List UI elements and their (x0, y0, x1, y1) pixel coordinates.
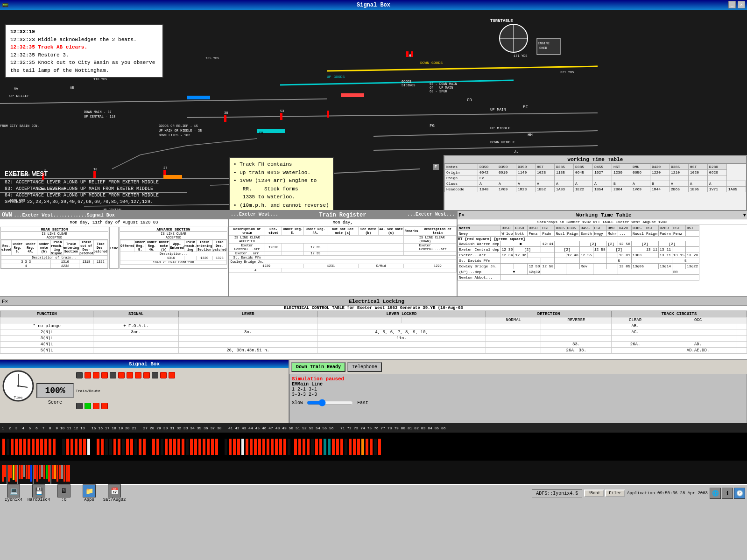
lever-42[interactable] (156, 439, 159, 455)
lever-9[interactable] (36, 439, 39, 455)
lever-21[interactable] (87, 439, 90, 455)
lever-88[interactable] (294, 439, 297, 455)
lever-50[interactable] (190, 439, 193, 455)
lever-47[interactable] (177, 439, 180, 455)
lever-71[interactable] (225, 439, 227, 455)
lever-45[interactable] (169, 439, 172, 455)
lever-86[interactable] (288, 439, 290, 455)
detail-lever-10[interactable] (23, 465, 25, 477)
lever-35[interactable] (130, 439, 133, 455)
telephone-btn[interactable]: Telephone (347, 362, 382, 372)
lever-81[interactable] (267, 439, 269, 455)
lever-72[interactable] (229, 439, 232, 455)
elec-fx[interactable]: F✕ (2, 298, 8, 304)
lever-34[interactable] (126, 439, 129, 455)
detail-lever-22[interactable] (54, 465, 56, 479)
lever-83[interactable] (275, 439, 278, 455)
lever-92[interactable] (311, 439, 314, 455)
lever-98[interactable] (336, 439, 339, 455)
network-icon[interactable]: 🌐 (710, 488, 721, 499)
minimize-button[interactable]: _ (728, 1, 736, 8)
detail-lever-6[interactable] (13, 465, 14, 480)
detail-lever-25[interactable] (61, 465, 63, 479)
detail-lever-19[interactable] (46, 465, 48, 479)
lever-79[interactable] (258, 439, 261, 455)
wtt-mini-scroll[interactable]: Notes D350 D350 D350 HST D385 D385 D455 … (444, 164, 746, 209)
detail-lever-23[interactable] (56, 465, 58, 482)
lever-3[interactable] (11, 439, 14, 455)
lever-104[interactable] (361, 439, 364, 455)
lever-29[interactable] (105, 439, 108, 455)
lever-2[interactable] (7, 439, 9, 455)
wtt-scroll-btn[interactable]: ▼ (743, 212, 746, 218)
lever-106[interactable] (370, 439, 373, 455)
lever-19[interactable] (79, 439, 82, 455)
lever-91[interactable] (307, 439, 310, 455)
lever-80[interactable] (262, 439, 265, 455)
lever-41[interactable] (152, 439, 155, 455)
lever-105[interactable] (366, 439, 368, 455)
lever-30[interactable] (109, 439, 112, 455)
lever-108[interactable] (378, 439, 381, 455)
info-icon[interactable]: ℹ (722, 488, 733, 499)
lever-56[interactable] (215, 439, 218, 455)
sig-light-6[interactable] (118, 372, 125, 378)
lever-100[interactable] (345, 439, 347, 455)
lever-6[interactable] (23, 439, 26, 455)
lever-38[interactable] (143, 439, 146, 455)
detail-lever-2[interactable] (4, 465, 6, 477)
sig-light-7[interactable] (127, 372, 133, 378)
detail-lever-11[interactable] (26, 465, 28, 479)
detail-lever-16[interactable] (39, 465, 41, 479)
detail-lever-17[interactable] (41, 465, 43, 477)
detail-lever-18[interactable] (43, 465, 45, 479)
close-button[interactable]: ✕ (738, 1, 745, 8)
lever-28[interactable] (101, 439, 104, 455)
detail-lever-13[interactable] (30, 465, 32, 482)
lever-89[interactable] (298, 439, 301, 455)
lever-27[interactable] (97, 439, 99, 455)
detail-lever-9[interactable] (21, 465, 23, 479)
lever-32[interactable] (118, 439, 120, 455)
clock-icon[interactable]: 🕐 (734, 488, 745, 499)
sig-light-2[interactable] (85, 372, 91, 378)
detail-lever-7[interactable] (15, 465, 17, 482)
lever-7[interactable] (28, 439, 30, 455)
lever-74[interactable] (237, 439, 240, 455)
lever-48[interactable] (182, 439, 184, 455)
filer-entry[interactable]: Filer (605, 490, 625, 497)
lever-4[interactable] (15, 439, 18, 455)
lever-51[interactable] (194, 439, 197, 455)
lever-18[interactable] (75, 439, 78, 455)
sig-light-5[interactable] (110, 372, 116, 378)
detail-lever-27[interactable] (66, 465, 68, 482)
detail-lever-20[interactable] (48, 465, 50, 482)
speed-slider[interactable] (307, 399, 353, 406)
lever-15[interactable] (62, 439, 65, 455)
detail-lever-15[interactable] (36, 465, 38, 482)
sig-light-4[interactable] (101, 372, 108, 378)
down-train-ready[interactable]: Down Train Ready (291, 362, 345, 372)
taskbar-iyonix[interactable]: 💻 Iyonix4 (2, 484, 25, 502)
lever-73[interactable] (233, 439, 236, 455)
detail-lever-5[interactable] (10, 465, 12, 478)
lever-5[interactable] (19, 439, 22, 455)
sig-light-14[interactable] (85, 403, 91, 409)
lever-84[interactable] (279, 439, 282, 455)
lever-13[interactable] (53, 439, 56, 455)
lever-82[interactable] (271, 439, 274, 455)
lever-78[interactable] (254, 439, 257, 455)
lever-77[interactable] (250, 439, 253, 455)
lever-55[interactable] (211, 439, 214, 455)
lever-1[interactable] (2, 439, 5, 455)
lever-90[interactable] (303, 439, 305, 455)
lever-93[interactable] (315, 439, 318, 455)
taskbar-harddisk[interactable]: 💾 HardDisc4 (27, 484, 50, 502)
sig-light-11[interactable] (160, 372, 167, 378)
lever-31[interactable] (113, 439, 116, 455)
wtt-scroll-area[interactable]: Notes D350 D350 D350 HST D385 D385 D455 … (458, 225, 747, 293)
sig-light-12[interactable] (169, 372, 175, 378)
lever-94[interactable] (319, 439, 322, 455)
lever-49[interactable] (186, 439, 189, 455)
lever-16[interactable] (66, 439, 69, 455)
